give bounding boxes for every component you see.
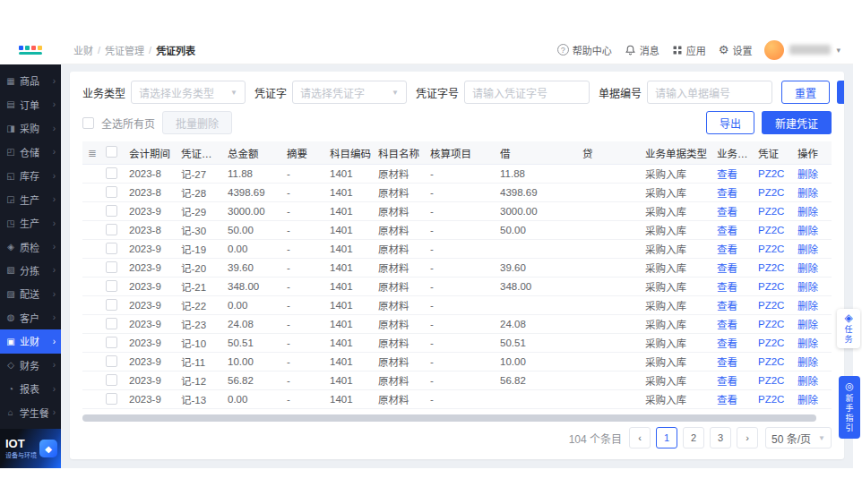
- view-doc-link[interactable]: 查看: [713, 279, 754, 294]
- row-checkbox[interactable]: [106, 224, 117, 235]
- sidebar-item-业财[interactable]: ▣业财›: [0, 329, 61, 353]
- delete-link[interactable]: 删除: [794, 336, 830, 350]
- column-settings-icon[interactable]: ≣: [82, 147, 102, 159]
- view-doc-link[interactable]: 查看: [713, 223, 754, 237]
- delete-link[interactable]: 删除: [794, 317, 830, 331]
- delete-link[interactable]: 删除: [794, 392, 830, 406]
- view-doc-link[interactable]: 查看: [713, 204, 754, 218]
- reset-button[interactable]: 重置: [781, 81, 830, 104]
- view-doc-link[interactable]: 查看: [713, 392, 754, 406]
- voucher-link[interactable]: PZ2C: [754, 262, 794, 273]
- voucher-link[interactable]: PZ2C: [754, 375, 794, 386]
- filter-business-type: 业务类型 请选择业务类型 ▼: [82, 81, 246, 104]
- delete-link[interactable]: 删除: [794, 373, 830, 388]
- voucher-link[interactable]: PZ2C: [754, 300, 794, 311]
- voucher-link[interactable]: PZ2C: [754, 187, 794, 198]
- export-button[interactable]: 导出: [706, 111, 754, 134]
- view-doc-link[interactable]: 查看: [713, 185, 754, 200]
- voucher-link[interactable]: PZ2C: [754, 337, 794, 348]
- help-center-button[interactable]: ? 帮助中心: [557, 43, 612, 57]
- voucher-no-input[interactable]: 请输入凭证字号: [464, 81, 590, 104]
- cell-voucher-no: 记-28: [177, 185, 224, 200]
- voucher-link[interactable]: PZ2C: [754, 356, 794, 367]
- user-menu[interactable]: ▾: [764, 40, 840, 60]
- row-checkbox[interactable]: [106, 299, 117, 311]
- delete-link[interactable]: 删除: [794, 355, 830, 369]
- page-size-select[interactable]: 50 条/页 ▼: [765, 427, 832, 448]
- voucher-link[interactable]: PZ2C: [754, 243, 794, 254]
- sidebar-item-质检[interactable]: ◈质检›: [0, 235, 61, 258]
- sidebar-item-配送[interactable]: ▨配送›: [0, 282, 61, 305]
- row-checkbox-cell: [102, 186, 125, 200]
- batch-delete-button[interactable]: 批量删除: [162, 111, 232, 134]
- row-checkbox[interactable]: [106, 280, 117, 292]
- voucher-word-select[interactable]: 请选择凭证字 ▼: [292, 81, 407, 104]
- delete-link[interactable]: 删除: [794, 298, 830, 312]
- row-checkbox[interactable]: [106, 355, 117, 367]
- sidebar-item-生产[interactable]: ◳生产›: [0, 211, 61, 235]
- voucher-link[interactable]: PZ2C: [754, 281, 794, 292]
- view-doc-link[interactable]: 查看: [713, 261, 754, 275]
- voucher-link[interactable]: PZ2C: [754, 206, 794, 217]
- sidebar-item-财务[interactable]: ◇财务›: [0, 354, 61, 377]
- tasks-float-button[interactable]: ◈ 任务: [837, 309, 860, 348]
- sidebar-item-订单[interactable]: ▤订单›: [0, 92, 61, 115]
- sidebar-item-学生餐[interactable]: ⌂学生餐›: [0, 401, 61, 424]
- breadcrumb-item[interactable]: 业财: [73, 43, 93, 57]
- sidebar-item-库存[interactable]: ◱库存›: [0, 164, 61, 187]
- sidebar-item-采购[interactable]: ◨采购›: [0, 116, 61, 140]
- cell-accounting-item: -: [427, 168, 496, 179]
- settings-button[interactable]: ⚙ 设置: [719, 43, 753, 57]
- next-page-button[interactable]: ›: [737, 427, 758, 448]
- voucher-link[interactable]: PZ2C: [754, 225, 794, 235]
- delete-link[interactable]: 删除: [794, 242, 830, 256]
- scrollbar-thumb[interactable]: [82, 414, 816, 422]
- page-button-3[interactable]: 3: [710, 427, 731, 448]
- view-doc-link[interactable]: 查看: [713, 336, 754, 350]
- row-checkbox[interactable]: [106, 243, 117, 254]
- delete-link[interactable]: 删除: [794, 279, 830, 294]
- delete-link[interactable]: 删除: [794, 223, 830, 237]
- breadcrumb-item[interactable]: 凭证管理: [105, 43, 144, 57]
- new-voucher-button[interactable]: 新建凭证: [762, 111, 832, 134]
- sidebar-item-生产[interactable]: ◲生产›: [0, 187, 61, 210]
- messages-button[interactable]: 消息: [625, 43, 659, 57]
- doc-no-input[interactable]: 请输入单据编号: [647, 81, 772, 104]
- voucher-link[interactable]: PZ2C: [754, 319, 794, 329]
- select-all-checkbox[interactable]: [106, 146, 117, 158]
- view-doc-link[interactable]: 查看: [713, 373, 754, 388]
- row-checkbox[interactable]: [106, 318, 117, 329]
- row-checkbox[interactable]: [106, 261, 117, 273]
- voucher-link[interactable]: PZ2C: [754, 394, 794, 405]
- voucher-link[interactable]: PZ2C: [754, 168, 794, 179]
- view-doc-link[interactable]: 查看: [713, 298, 754, 312]
- sidebar-item-报表[interactable]: ◔报表›: [0, 377, 61, 400]
- row-checkbox[interactable]: [106, 167, 117, 179]
- sidebar-item-分拣[interactable]: ▧分拣›: [0, 259, 61, 282]
- sidebar-item-仓储[interactable]: ◰仓储›: [0, 140, 61, 163]
- delete-link[interactable]: 删除: [794, 185, 830, 200]
- view-doc-link[interactable]: 查看: [713, 242, 754, 256]
- apps-button[interactable]: 应用: [672, 43, 706, 57]
- row-checkbox[interactable]: [106, 186, 117, 198]
- delete-link[interactable]: 删除: [794, 261, 830, 275]
- view-doc-link[interactable]: 查看: [713, 167, 754, 181]
- row-checkbox[interactable]: [106, 374, 117, 386]
- cell-subject-code: 1401: [326, 262, 375, 273]
- row-checkbox[interactable]: [106, 337, 117, 348]
- page-button-1[interactable]: 1: [656, 427, 677, 448]
- page-button-2[interactable]: 2: [683, 427, 704, 448]
- view-doc-link[interactable]: 查看: [713, 317, 754, 331]
- view-doc-link[interactable]: 查看: [713, 355, 754, 369]
- delete-link[interactable]: 删除: [794, 204, 830, 218]
- delete-link[interactable]: 删除: [794, 167, 830, 181]
- guide-float-button[interactable]: ◎ 新手指引: [839, 376, 860, 439]
- prev-page-button[interactable]: ‹: [629, 427, 651, 448]
- select-all-pages-checkbox[interactable]: [82, 117, 94, 129]
- business-type-select[interactable]: 请选择业务类型 ▼: [131, 81, 246, 104]
- search-button[interactable]: 查询: [837, 81, 844, 104]
- sidebar-item-客户[interactable]: ◍客户›: [0, 306, 61, 329]
- row-checkbox[interactable]: [106, 205, 117, 217]
- row-checkbox[interactable]: [106, 393, 117, 405]
- sidebar-item-商品[interactable]: ▦商品›: [0, 69, 61, 92]
